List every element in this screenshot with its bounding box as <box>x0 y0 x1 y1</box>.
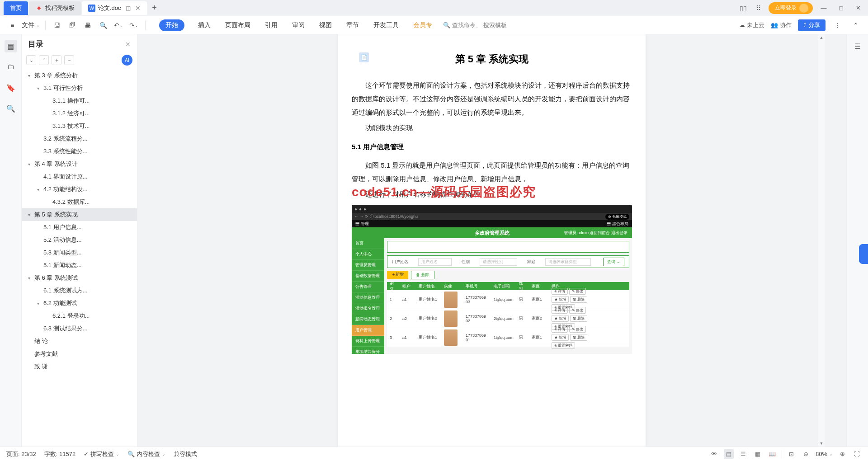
outline-item[interactable]: ▾第 3 章 系统分析 <box>22 69 137 82</box>
outline-item[interactable]: 4.3.2 数据库... <box>22 196 137 208</box>
clip-rail-icon[interactable]: 🗀 <box>5 61 17 73</box>
outline-item[interactable]: 3.1.3 技术可... <box>22 120 137 132</box>
page-indicator[interactable]: 页面: 23/32 <box>6 450 36 458</box>
search-input[interactable] <box>483 22 538 28</box>
ribbon-tab-vip[interactable]: 会员专 <box>412 19 433 31</box>
outline-item[interactable]: 结 论 <box>22 335 137 348</box>
word-count[interactable]: 字数: 11572 <box>44 450 75 458</box>
ribbon-tab-sections[interactable]: 章节 <box>345 19 360 31</box>
embed-side-item: 资料上传管理 <box>352 336 384 347</box>
reading-layout-icon[interactable]: ▯▯ <box>738 3 749 14</box>
save-as-icon[interactable]: 🗐 <box>66 19 78 31</box>
ribbon-tab-references[interactable]: 引用 <box>264 19 278 31</box>
filter-label: 用户姓名 <box>392 259 408 265</box>
zoom-in-button[interactable]: ⊕ <box>837 449 847 459</box>
outline-item[interactable]: ▾第 5 章 系统实现 <box>22 208 137 221</box>
outline-item[interactable]: ▾第 6 章 系统测试 <box>22 272 137 284</box>
tab-label: 找稻壳模板 <box>45 4 75 12</box>
outline-item[interactable]: ▾6.2 功能测试 <box>22 297 137 310</box>
page-float-icon[interactable]: 📄 <box>359 52 369 62</box>
cloud-status[interactable]: ☁ 未上云 <box>739 21 764 29</box>
outline-item[interactable]: 5.1 用户信息... <box>22 221 137 234</box>
scrollbar[interactable]: ▲ ▼ <box>818 34 825 447</box>
close-panel-icon[interactable]: ✕ <box>125 41 131 48</box>
outline-item[interactable]: 4.1 界面设计原... <box>22 170 137 183</box>
file-menu[interactable]: 文件 ⌄ <box>22 21 40 29</box>
outline-view-icon[interactable]: ☰ <box>738 449 748 459</box>
ribbon-tab-devtools[interactable]: 开发工具 <box>373 19 400 31</box>
login-button[interactable]: 立即登录 <box>769 2 813 14</box>
settings-rail-icon[interactable]: ☰ <box>851 40 864 52</box>
outline-item[interactable]: 5.1 新闻动态... <box>22 259 137 272</box>
zoom-out-button[interactable]: ⊖ <box>801 449 811 459</box>
tab-document[interactable]: W 论文.doc ◫ ✕ <box>82 1 147 15</box>
tab-templates[interactable]: ◆ 找稻壳模板 <box>29 1 81 15</box>
add-tab-button[interactable]: + <box>148 1 161 15</box>
outline-item[interactable]: 6.3 测试结果分... <box>22 322 137 335</box>
tab-home[interactable]: 首页 <box>4 1 28 15</box>
outline-item[interactable]: ▾第 4 章 系统设计 <box>22 158 137 170</box>
web-view-icon[interactable]: ▦ <box>753 449 763 459</box>
level-down-button[interactable]: － <box>64 55 74 65</box>
hamburger-icon[interactable]: ≡ <box>6 19 18 31</box>
ribbon-tab-review[interactable]: 审阅 <box>291 19 306 31</box>
outline-item[interactable]: ▾3.1 可行性分析 <box>22 82 137 94</box>
outline-item[interactable]: 5.2 活动信息... <box>22 234 137 246</box>
outline-item[interactable]: 致 谢 <box>22 360 137 373</box>
fullscreen-icon[interactable]: ⛶ <box>852 449 862 459</box>
outline-item[interactable]: 6.2.1 登录功... <box>22 310 137 322</box>
ribbon-tab-insert[interactable]: 插入 <box>197 19 212 31</box>
expand-all-button[interactable]: ⌃ <box>39 55 49 65</box>
save-icon[interactable]: 🖫 <box>51 19 63 31</box>
scroll-down-icon[interactable]: ▼ <box>819 441 824 446</box>
cooperation-button[interactable]: 👥 协作 <box>771 21 792 29</box>
apps-grid-icon[interactable]: ⠿ <box>753 3 764 14</box>
eye-icon[interactable]: 👁 <box>709 449 719 459</box>
ribbon-tab-start[interactable]: 开始 <box>159 19 184 31</box>
document-area[interactable]: 📄 第 5 章 系统实现 这个环节需要使用前面的设计方案，包括对系统模块的设计，… <box>137 34 846 447</box>
undo-icon[interactable]: ↶⌄ <box>113 19 124 31</box>
embed-app-title: 乡政府管理系统 <box>475 230 509 236</box>
zoom-level[interactable]: 80% ⌄ <box>816 451 833 457</box>
outline-item[interactable]: 3.1.1 操作可... <box>22 94 137 107</box>
body-paragraph: 还进行了对用户名称的模糊查询的条件 <box>352 188 632 201</box>
compat-mode-label[interactable]: 兼容模式 <box>174 450 197 458</box>
delete-button: 🗑 删除 <box>411 271 434 279</box>
content-check-button[interactable]: 🔍 内容检查 ⌄ <box>127 450 165 458</box>
outline-item[interactable]: 3.2 系统流程分... <box>22 132 137 145</box>
level-up-button[interactable]: ＋ <box>52 55 61 65</box>
outline-item[interactable]: ▾4.2 功能结构设... <box>22 183 137 196</box>
print-preview-icon[interactable]: 🔍 <box>97 19 109 31</box>
ribbon-tab-view[interactable]: 视图 <box>318 19 333 31</box>
zoom-fit-icon[interactable]: ⊡ <box>787 449 797 459</box>
more-icon[interactable]: ⋮ <box>832 19 844 31</box>
add-button: ＋新增 <box>387 271 408 279</box>
collapse-ribbon-icon[interactable]: ⌃ <box>850 19 862 31</box>
outline-item[interactable]: 5.3 新闻类型... <box>22 246 137 259</box>
outline-item[interactable]: 参考文献 <box>22 348 137 360</box>
outline-item[interactable]: 6.1 系统测试方... <box>22 284 137 297</box>
redo-icon[interactable]: ↷⌄ <box>128 19 140 31</box>
side-drawer-handle[interactable] <box>859 244 868 264</box>
collapse-all-button[interactable]: ⌄ <box>26 55 36 65</box>
share-button[interactable]: ⤴ 分享 <box>798 19 826 31</box>
search-rail-icon[interactable]: 🔍 <box>5 102 17 115</box>
restore-window-icon[interactable]: ◫ <box>126 5 131 11</box>
outline-item[interactable]: 3.1.2 经济可... <box>22 107 137 120</box>
minimize-button[interactable]: — <box>817 2 830 14</box>
close-button[interactable]: ✕ <box>852 2 864 14</box>
page-view-icon[interactable]: ▤ <box>724 449 734 459</box>
maximize-button[interactable]: ◻ <box>835 2 847 14</box>
print-icon[interactable]: 🖶 <box>82 19 94 31</box>
outline-rail-icon[interactable]: ▤ <box>5 40 17 52</box>
ai-assistant-icon[interactable]: AI <box>122 55 132 66</box>
scroll-up-icon[interactable]: ▲ <box>819 35 824 40</box>
outline-tools: ⌄ ⌃ ＋ － AI <box>22 53 137 69</box>
outline-item[interactable]: 3.3 系统性能分... <box>22 145 137 158</box>
ribbon-search[interactable]: 🔍 查找命令、 <box>443 21 538 29</box>
bookmark-rail-icon[interactable]: 🔖 <box>5 81 17 94</box>
reading-view-icon[interactable]: 📖 <box>767 449 777 459</box>
ribbon-tab-layout[interactable]: 页面布局 <box>224 19 251 31</box>
spell-check-button[interactable]: ✓ 拼写检查 ⌄ <box>84 450 119 458</box>
close-icon[interactable]: ✕ <box>135 5 141 12</box>
